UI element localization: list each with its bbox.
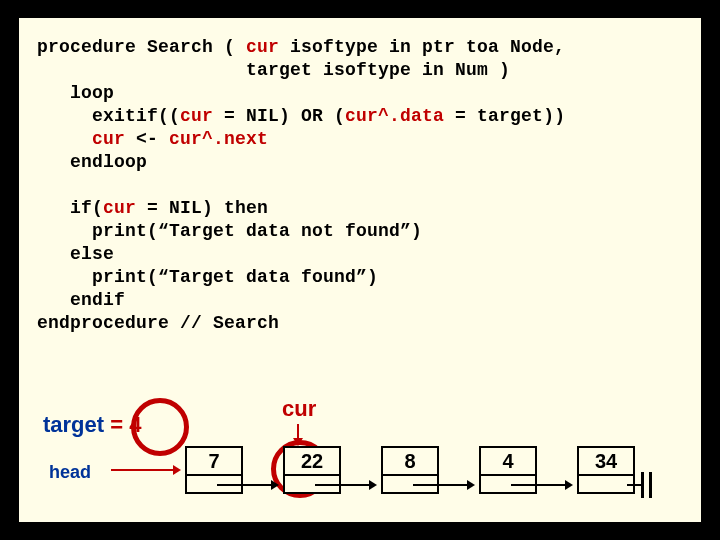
list-node: 22	[283, 446, 341, 494]
code-line-5c: <-	[125, 129, 169, 149]
code-token-cur-2: cur	[180, 106, 213, 126]
cur-label: cur	[282, 396, 316, 422]
code-line-6: endloop	[37, 152, 147, 172]
node-data: 34	[577, 446, 635, 476]
list-node: 34	[577, 446, 635, 494]
code-line-10: print(“Target data found”)	[37, 267, 378, 287]
target-label: target = 4	[43, 412, 141, 438]
node-data: 22	[283, 446, 341, 476]
list-node: 8	[381, 446, 439, 494]
code-line-12: endprocedure // Search	[37, 313, 279, 333]
code-line-2: target isoftype in Num )	[37, 60, 510, 80]
next-arrow	[217, 484, 277, 486]
list-node: 7	[185, 446, 243, 494]
next-arrow	[315, 484, 375, 486]
nil-terminator	[641, 472, 655, 496]
code-line-4e: = target))	[444, 106, 565, 126]
linked-list-diagram: target = 4 cur head 7 22 8 4	[37, 384, 683, 504]
node-next	[185, 476, 243, 494]
head-label: head	[49, 462, 91, 483]
code-line-9: else	[37, 244, 114, 264]
code-token-cur-1: cur	[246, 37, 279, 57]
code-line-4a: exitif((	[37, 106, 180, 126]
slide-frame: procedure Search ( cur isoftype in ptr t…	[16, 15, 704, 525]
node-next	[283, 476, 341, 494]
code-line-11: endif	[37, 290, 125, 310]
node-data: 4	[479, 446, 537, 476]
code-line-7a: if(	[37, 198, 103, 218]
head-pointer-arrow	[111, 469, 179, 471]
code-token-cur-4: cur	[103, 198, 136, 218]
node-next	[381, 476, 439, 494]
code-token-curdata: cur^.data	[345, 106, 444, 126]
code-line-8: print(“Target data not found”)	[37, 221, 422, 241]
code-line-1c: isoftype in ptr toa Node,	[279, 37, 565, 57]
code-line-1a: procedure Search (	[37, 37, 246, 57]
node-list: 7 22 8 4 34	[185, 446, 635, 494]
code-line-5a	[37, 129, 92, 149]
code-block: procedure Search ( cur isoftype in ptr t…	[37, 36, 683, 335]
list-node: 4	[479, 446, 537, 494]
node-next	[479, 476, 537, 494]
code-line-3: loop	[37, 83, 114, 103]
code-line-7c: = NIL) then	[136, 198, 268, 218]
code-token-cur-3: cur	[92, 129, 125, 149]
node-data: 7	[185, 446, 243, 476]
target-word: target	[43, 412, 104, 437]
node-data: 8	[381, 446, 439, 476]
code-line-4c: = NIL) OR (	[213, 106, 345, 126]
code-token-curnext: cur^.next	[169, 129, 268, 149]
cur-pointer-arrow	[297, 424, 299, 444]
target-value: = 4	[104, 412, 141, 437]
node-next	[577, 476, 635, 494]
next-arrow	[511, 484, 571, 486]
next-arrow	[413, 484, 473, 486]
